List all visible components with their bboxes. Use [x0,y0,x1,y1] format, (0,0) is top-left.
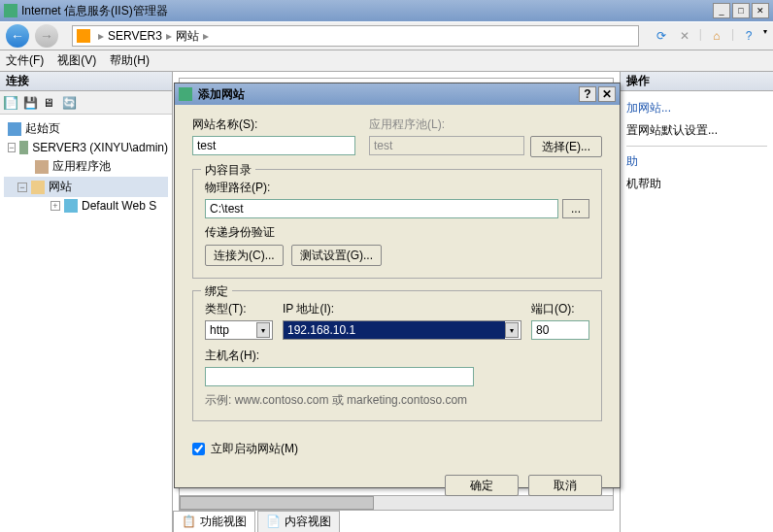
dialog-close-button[interactable]: ✕ [598,86,616,102]
maximize-button[interactable]: □ [732,3,750,18]
ok-button[interactable]: 确定 [445,475,519,496]
type-label: 类型(T): [205,301,273,317]
window-titlebar: Internet 信息服务(IIS)管理器 _ □ ✕ [0,0,773,21]
sitename-label: 网站名称(S): [192,116,355,133]
content-legend: 内容目录 [201,162,255,179]
actions-panel: 操作 加网站... 置网站默认设置... 助 机帮助 [620,72,773,532]
menu-view[interactable]: 视图(V) [57,52,96,69]
chevron-down-icon: ▾ [505,322,519,338]
server-node-icon [19,141,29,154]
connections-toolbar: 📄 💾 🖥 🔄 [0,91,172,115]
browse-button[interactable]: ... [562,199,589,218]
content-icon: 📄 [266,515,281,528]
dialog-titlebar: 添加网站 ? ✕ [175,83,620,105]
refresh-icon[interactable]: 🔄 [62,96,76,110]
apppool-input [369,136,524,155]
test-settings-button[interactable]: 测试设置(G)... [291,245,382,266]
help-icon[interactable]: ? [740,27,757,45]
auth-label: 传递身份验证 [205,224,589,241]
window-title: Internet 信息服务(IIS)管理器 [21,3,713,19]
app-icon [4,4,17,17]
physpath-label: 物理路径(P): [205,180,589,196]
type-select[interactable]: http ▾ [205,320,273,340]
tree-sites[interactable]: − 网站 [4,177,168,197]
dialog-icon [179,87,192,101]
nav-toolbar: ← → ▸ SERVER3 ▸ 网站 ▸ ⟳ ✕ | ⌂ | ? ▾ [0,21,773,50]
stop-icon[interactable]: ✕ [676,27,693,45]
tab-content-view[interactable]: 📄 内容视图 [257,511,340,533]
back-button[interactable]: ← [6,24,29,48]
apppool-icon [35,160,49,174]
apppool-label: 应用程序池(L): [369,116,602,133]
ip-select[interactable]: 192.168.10.1 ▾ [283,320,521,340]
tree-server[interactable]: − SERVER3 (XINYU\admin) [4,139,168,156]
tree-app-pools[interactable]: 应用程序池 [4,156,168,177]
connections-tree: 起始页 − SERVER3 (XINYU\admin) 应用程序池 − 网站 +… [0,115,172,532]
sitename-input[interactable] [192,136,355,155]
collapse-icon[interactable]: − [8,143,16,152]
dialog-help-button[interactable]: ? [579,86,596,102]
binding-group: 绑定 类型(T): http ▾ IP 地址(I): 192.168.10.1 … [192,290,602,421]
add-website-dialog: 添加网站 ? ✕ 网站名称(S): 应用程序池(L): 选择(E)... 内容目… [174,83,621,488]
view-tabs: 📋 功能视图 📄 内容视图 [173,511,340,532]
select-apppool-button[interactable]: 选择(E)... [530,136,602,157]
breadcrumb[interactable]: ▸ SERVER3 ▸ 网站 ▸ [72,25,639,47]
close-button[interactable]: ✕ [752,3,769,18]
hostname-example: 示例: www.contoso.com 或 marketing.contoso.… [205,392,589,409]
ip-value: 192.168.10.1 [284,321,505,339]
home-icon[interactable]: ⌂ [708,27,725,45]
dialog-title: 添加网站 [198,86,577,103]
autostart-label: 立即启动网站(M) [211,441,298,457]
connections-panel: 连接 📄 💾 🖥 🔄 起始页 − SERVER3 (XINYU\admin) 应… [0,72,173,532]
menu-help[interactable]: 帮助(H) [110,52,150,69]
minimize-button[interactable]: _ [713,3,730,18]
action-site-defaults[interactable]: 置网站默认设置... [626,119,767,142]
physpath-input[interactable] [205,199,558,218]
server-icon[interactable]: 🖥 [43,96,56,110]
menu-bar: 文件(F) 视图(V) 帮助(H) [0,50,773,72]
sites-icon [31,181,45,194]
binding-legend: 绑定 [201,283,232,300]
cancel-button[interactable]: 取消 [528,475,602,496]
ip-label: IP 地址(I): [283,301,521,317]
tree-start-page[interactable]: 起始页 [4,118,168,139]
port-label: 端口(O): [531,301,589,317]
autostart-checkbox-row: 立即启动网站(M) [192,441,602,457]
action-online-help[interactable]: 机帮助 [626,173,767,195]
connections-header: 连接 [0,72,172,91]
site-icon [64,199,78,213]
menu-file[interactable]: 文件(F) [6,52,44,69]
action-help[interactable]: 助 [626,150,767,173]
folder-icon [77,29,90,43]
actions-header: 操作 [621,72,773,91]
breadcrumb-server[interactable]: SERVER3 [108,29,162,43]
start-icon [8,122,21,136]
hostname-input[interactable] [205,367,474,386]
features-icon: 📋 [182,515,196,528]
port-input[interactable] [531,320,589,340]
refresh-icon[interactable]: ⟳ [653,27,670,45]
tab-features-view[interactable]: 📋 功能视图 [173,511,255,533]
chevron-down-icon: ▾ [256,322,270,338]
save-icon[interactable]: 💾 [23,96,37,110]
breadcrumb-sites[interactable]: 网站 [176,28,199,45]
forward-button[interactable]: → [35,24,58,48]
connect-icon[interactable]: 📄 [4,96,17,110]
tree-default-site[interactable]: + Default Web S [4,197,168,215]
collapse-icon[interactable]: − [17,183,27,192]
connect-as-button[interactable]: 连接为(C)... [205,245,284,266]
hostname-label: 主机名(H): [205,348,589,364]
expand-icon[interactable]: + [50,201,60,211]
autostart-checkbox[interactable] [192,443,205,455]
content-directory-group: 内容目录 物理路径(P): ... 传递身份验证 连接为(C)... 测试设置(… [192,169,602,279]
action-add-site[interactable]: 加网站... [626,97,767,119]
